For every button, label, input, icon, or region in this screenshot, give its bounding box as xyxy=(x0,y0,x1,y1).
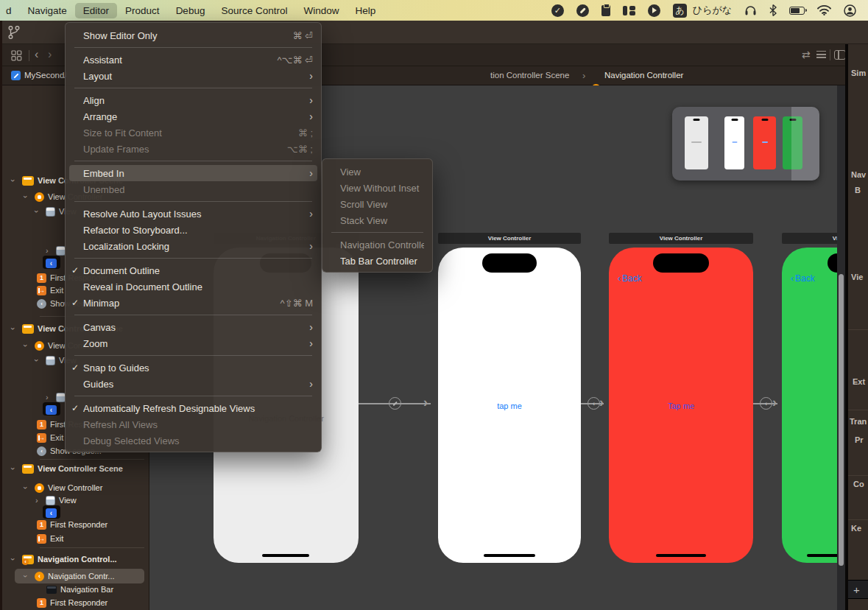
disclosure-icon[interactable] xyxy=(12,555,18,564)
canvas-zoom-controls[interactable]: + xyxy=(848,580,868,599)
menu-item-refactor-to-storyboard[interactable]: Refactor to Storyboard... xyxy=(69,222,317,238)
disclosure-icon[interactable] xyxy=(46,393,52,402)
menu-editor[interactable]: Editor xyxy=(75,3,117,18)
menu-item-document-outline[interactable]: ✓Document Outline xyxy=(69,262,317,278)
menu-item-zoom[interactable]: Zoom› xyxy=(69,335,317,351)
disclosure-icon[interactable] xyxy=(24,483,31,492)
menu-item-local-locking[interactable]: Localization Locking› xyxy=(69,238,317,254)
scene-title-bar[interactable]: View Controller xyxy=(609,233,753,244)
label: Refactor to Storyboard... xyxy=(83,225,313,236)
outline-row-exit1[interactable]: →Exit xyxy=(37,284,63,297)
wifi-icon[interactable] xyxy=(817,5,831,15)
back-button[interactable]: ‹Back xyxy=(791,273,815,284)
menu-source-control[interactable]: Source Control xyxy=(213,3,295,18)
play-circle-icon[interactable] xyxy=(648,4,660,17)
disclosure-icon[interactable] xyxy=(24,341,31,350)
disclosure-icon[interactable] xyxy=(24,192,31,201)
view-controller-scene-white[interactable]: tap me xyxy=(438,248,581,563)
check-circle-icon[interactable]: ✓ xyxy=(551,4,564,17)
user-account-icon[interactable] xyxy=(844,4,856,17)
menu-item-debug-selected-views: Debug Selected Views xyxy=(69,432,317,449)
menu-item-refresh-all-views: Refresh All Views xyxy=(69,416,317,432)
clipboard-icon[interactable] xyxy=(601,5,610,16)
menu-item-minimap[interactable]: ✓Minimap^⇧⌘ M xyxy=(69,295,317,311)
outline-row-exit3[interactable]: →Exit xyxy=(37,532,63,545)
zoom-in-button[interactable]: + xyxy=(853,583,860,596)
menu-product[interactable]: Product xyxy=(117,3,168,18)
menu-separator xyxy=(74,315,312,315)
disclosure-icon[interactable] xyxy=(35,207,42,216)
menu-item-snap-to-guides[interactable]: ✓Snap to Guides xyxy=(69,360,317,376)
segue-arrowhead: › xyxy=(772,395,777,410)
push-segue-icon[interactable]: ‹ xyxy=(760,397,772,410)
tap-me-button[interactable]: tap me xyxy=(438,402,581,410)
breadcrumb-scene[interactable]: tion Controller Scene xyxy=(490,71,569,80)
menu-debug[interactable]: Debug xyxy=(168,3,214,18)
minimap-toggle-icon[interactable] xyxy=(816,51,826,59)
breadcrumb-current[interactable]: Navigation Controller xyxy=(604,71,683,80)
menu-item-reveal-in-document-outline[interactable]: Reveal in Document Outline xyxy=(69,278,317,295)
battery-icon[interactable] xyxy=(789,7,805,15)
inspector-label: Pr xyxy=(855,435,864,444)
outline-row-scene3[interactable]: View Controller Scene xyxy=(12,462,123,475)
menu-item-show-editor-only[interactable]: Show Editor Only⌘ ⏎ xyxy=(69,27,317,43)
bluetooth-icon[interactable] xyxy=(769,4,777,16)
disclosure-icon[interactable] xyxy=(12,464,18,473)
outline-row-first-responder4[interactable]: 1First Responder xyxy=(37,596,107,609)
menu-navigate[interactable]: Navigate xyxy=(20,3,75,18)
minimap-viewport[interactable] xyxy=(791,107,819,180)
menu-item-align[interactable]: Align› xyxy=(69,92,317,108)
submenu-item-tab-bar-controller[interactable]: Tab Bar Controller xyxy=(326,253,428,269)
exit-icon: → xyxy=(37,433,46,443)
forward-button[interactable]: › xyxy=(48,48,52,61)
disclosure-icon[interactable] xyxy=(12,324,18,333)
menu-item-assistant[interactable]: Assistant^⌥⌘ ⏎ xyxy=(69,52,317,68)
segue-icon: ‹ xyxy=(37,446,46,456)
outline-row-segue1[interactable]: ‹ xyxy=(46,256,57,270)
menu-item-embed-in[interactable]: Embed In› xyxy=(69,165,317,181)
menu-item-layout[interactable]: Layout› xyxy=(69,68,317,84)
git-branch-icon xyxy=(7,24,21,41)
canvas-scrollbar-thumb[interactable] xyxy=(839,274,844,566)
back-button[interactable]: ‹Back xyxy=(618,273,642,284)
scene-title-bar[interactable]: View Controller xyxy=(782,233,837,244)
related-items-icon[interactable] xyxy=(11,50,22,61)
view-controller-scene-red[interactable]: ‹Back Tap me xyxy=(609,248,753,563)
menu-item-canvas[interactable]: Canvas› xyxy=(69,319,317,335)
code-review-icon[interactable]: ⇄ xyxy=(802,49,811,60)
stage-manager-icon[interactable] xyxy=(623,6,635,15)
menu-find-partial[interactable]: d xyxy=(3,3,20,18)
back-button[interactable]: ‹ xyxy=(35,48,38,61)
disclosure-icon[interactable] xyxy=(24,572,31,581)
outline-row-navigation-bar[interactable]: Navigation Bar xyxy=(46,583,113,596)
editor-options-icon[interactable] xyxy=(834,50,846,60)
headphones-icon[interactable] xyxy=(744,4,757,16)
input-source-label[interactable]: ひらがな xyxy=(693,4,732,17)
disclosure-icon[interactable] xyxy=(46,246,52,255)
view-controller-scene-green[interactable]: ‹Back xyxy=(782,248,837,563)
relationship-segue-icon[interactable] xyxy=(389,397,401,410)
outline-row-vc3[interactable]: View Controller xyxy=(24,481,102,494)
outline-row-nav-scene[interactable]: Navigation Control... xyxy=(12,553,117,566)
menu-item-guides[interactable]: Guides› xyxy=(69,376,317,392)
label: Refresh All Views xyxy=(83,419,313,430)
disclosure-icon[interactable] xyxy=(35,356,42,365)
outline-row-first-responder3[interactable]: 1First Responder xyxy=(37,518,107,531)
tap-me-button[interactable]: Tap me xyxy=(609,402,753,410)
input-source-icon[interactable]: あ xyxy=(673,4,687,18)
antivirus-icon[interactable] xyxy=(576,4,589,17)
outline-row-exit2[interactable]: →Exit xyxy=(37,431,63,444)
disclosure-icon[interactable] xyxy=(35,496,42,505)
menu-item-auto-refresh-designable-views[interactable]: ✓Automatically Refresh Designable Views xyxy=(69,400,317,416)
breadcrumb-project[interactable]: MySecondApp xyxy=(24,71,67,80)
disclosure-icon[interactable] xyxy=(12,176,18,185)
menu-item-resolve-auto-layout-issues[interactable]: Resolve Auto Layout Issues› xyxy=(69,206,317,222)
push-segue-icon[interactable]: ‹ xyxy=(588,397,600,410)
outline-row-segue2[interactable]: ‹ xyxy=(46,403,57,416)
outline-row-nav-controller[interactable]: ‹Navigation Contr... xyxy=(24,569,115,583)
menu-window[interactable]: Window xyxy=(295,3,347,18)
menu-help[interactable]: Help xyxy=(347,3,384,18)
label: Size to Fit Content xyxy=(83,127,291,139)
scene-title-bar[interactable]: View Controller xyxy=(438,233,581,244)
menu-item-arrange[interactable]: Arrange› xyxy=(69,108,317,125)
